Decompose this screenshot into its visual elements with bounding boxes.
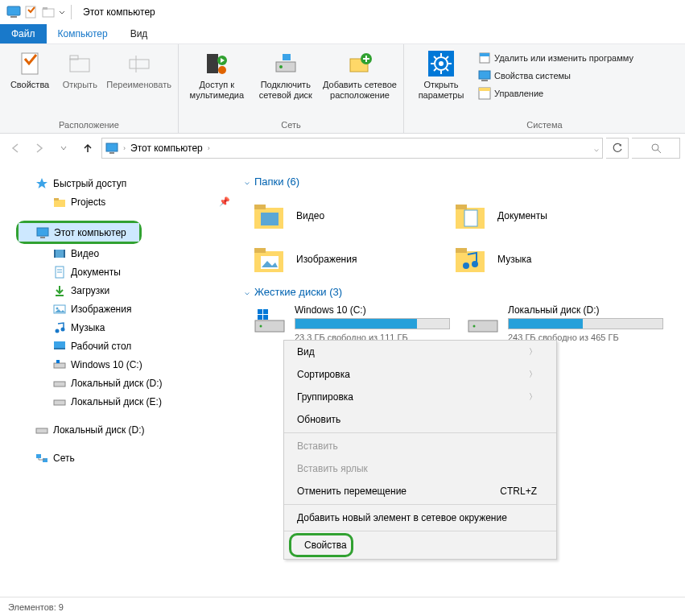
ribbon-open-settings-button[interactable]: Открыть параметры xyxy=(409,48,473,103)
drive-d[interactable]: Локальный диск (D:) 243 ГБ свободно из 4… xyxy=(466,304,663,342)
ctx-refresh[interactable]: Обновить xyxy=(284,408,556,431)
svg-rect-13 xyxy=(276,62,295,72)
chevron-right-icon: 〉 xyxy=(529,369,537,380)
nav-desktop[interactable]: Рабочий стол xyxy=(14,337,238,355)
svg-rect-58 xyxy=(54,382,65,387)
svg-rect-82 xyxy=(468,320,497,332)
chevron-down-icon[interactable]: ⌵ xyxy=(594,144,599,153)
ribbon-map-drive-button[interactable]: Подключить сетевой диск xyxy=(250,48,321,103)
desktop-icon xyxy=(53,340,66,353)
chevron-down-icon: ⌵ xyxy=(245,287,250,296)
nav-recent-dropdown[interactable] xyxy=(53,138,74,159)
folder-videos[interactable]: Видео xyxy=(245,194,446,238)
tab-file[interactable]: Файл xyxy=(0,24,47,43)
ribbon: Свойства Открыть Переименовать Расположе… xyxy=(0,43,685,134)
svg-point-53 xyxy=(61,327,65,331)
context-menu: Вид〉 Сортировка〉 Группировка〉 Обновить В… xyxy=(283,340,557,560)
refresh-button[interactable] xyxy=(606,138,629,159)
svg-rect-60 xyxy=(36,428,47,433)
document-icon xyxy=(53,266,66,279)
nav-drive-e[interactable]: Локальный диск (E:) xyxy=(14,392,238,411)
ribbon-media-access-button[interactable]: Доступ к мультимедиа xyxy=(184,48,250,103)
ctx-properties[interactable]: Свойства xyxy=(291,535,351,555)
qat-properties-icon[interactable] xyxy=(23,4,39,20)
svg-point-83 xyxy=(473,325,476,328)
nav-documents[interactable]: Документы xyxy=(14,263,238,281)
star-icon xyxy=(35,177,48,190)
open-icon xyxy=(67,51,93,76)
network-drive-icon xyxy=(273,51,299,76)
settings-icon xyxy=(428,51,454,76)
svg-rect-76 xyxy=(255,320,284,332)
content-pane[interactable]: ⌵Папки (6) Видео Документы Изображения М… xyxy=(241,163,685,597)
svg-point-12 xyxy=(218,66,226,74)
svg-rect-36 xyxy=(109,152,114,154)
ribbon-uninstall-button[interactable]: Удалить или изменить программу xyxy=(478,49,633,67)
address-path[interactable]: › Этот компьютер › ⌵ xyxy=(101,138,603,159)
nav-projects[interactable]: Projects📌 xyxy=(14,192,238,211)
ribbon-properties-button[interactable]: Свойства xyxy=(5,48,55,93)
nav-up-button[interactable] xyxy=(77,138,98,159)
chevron-right-icon[interactable]: › xyxy=(208,144,210,152)
drive-d-name: Локальный диск (D:) xyxy=(508,304,663,316)
nav-drive-c[interactable]: Windows 10 (C:) xyxy=(14,355,238,374)
tab-view[interactable]: Вид xyxy=(119,24,159,43)
ribbon-add-netloc-button[interactable]: Добавить сетевое расположение xyxy=(321,48,398,103)
svg-rect-39 xyxy=(54,200,65,207)
drive-d-fill xyxy=(509,319,583,329)
ctx-sort[interactable]: Сортировка〉 xyxy=(284,363,556,386)
ribbon-manage-button[interactable]: Управление xyxy=(478,85,633,102)
download-icon xyxy=(53,284,66,297)
qat-dropdown-icon[interactable] xyxy=(58,5,66,19)
drive-c-fill xyxy=(295,319,417,329)
nav-network[interactable]: Сеть xyxy=(14,449,238,467)
folder-documents[interactable]: Документы xyxy=(446,194,647,238)
folder-music[interactable]: Музыка xyxy=(446,238,647,281)
svg-rect-4 xyxy=(43,7,47,10)
nav-drive-d[interactable]: Локальный диск (D:) xyxy=(14,374,238,392)
nav-downloads[interactable]: Загрузки xyxy=(14,281,238,300)
chevron-right-icon[interactable]: › xyxy=(123,144,126,152)
svg-rect-30 xyxy=(480,53,489,56)
breadcrumb-this-pc[interactable]: Этот компьютер xyxy=(130,143,203,154)
qat-new-folder-icon[interactable] xyxy=(40,4,56,20)
monitor-icon xyxy=(6,5,21,19)
ctx-add-net-element[interactable]: Добавить новый элемент в сетевое окружен… xyxy=(284,506,556,529)
svg-point-37 xyxy=(652,144,658,151)
svg-rect-67 xyxy=(456,205,467,209)
drive-icon xyxy=(35,424,48,436)
svg-rect-35 xyxy=(106,143,118,151)
nav-this-pc[interactable]: Этот компьютер xyxy=(19,223,139,242)
search-input[interactable] xyxy=(632,138,680,159)
nav-drive-d-root[interactable]: Локальный диск (D:) xyxy=(14,420,238,439)
svg-rect-31 xyxy=(479,71,490,79)
ctx-undo-move[interactable]: Отменить перемещениеCTRL+Z xyxy=(284,480,556,502)
ribbon-system-properties-button[interactable]: Свойства системы xyxy=(478,67,633,85)
folders-section-header[interactable]: ⌵Папки (6) xyxy=(245,171,679,194)
nav-quick-access[interactable]: Быстрый доступ xyxy=(14,174,238,192)
svg-point-52 xyxy=(56,329,60,333)
nav-music[interactable]: Музыка xyxy=(14,318,238,337)
nav-pictures[interactable]: Изображения xyxy=(14,300,238,318)
pictures-folder-icon xyxy=(253,243,285,275)
svg-rect-41 xyxy=(37,228,48,236)
svg-rect-59 xyxy=(54,400,65,405)
pin-icon: 📌 xyxy=(219,196,230,207)
drives-section-header[interactable]: ⌵Жесткие диски (3) xyxy=(245,281,679,304)
svg-rect-45 xyxy=(64,250,65,258)
svg-rect-81 xyxy=(263,315,268,320)
nav-videos[interactable]: Видео xyxy=(14,244,238,263)
network-icon xyxy=(35,452,48,465)
monitor-small-icon xyxy=(105,142,118,155)
chevron-down-icon: ⌵ xyxy=(245,177,250,186)
svg-rect-73 xyxy=(456,248,467,253)
drive-icon xyxy=(53,358,66,371)
ctx-group[interactable]: Группировка〉 xyxy=(284,386,556,408)
tab-computer[interactable]: Компьютер xyxy=(47,24,119,43)
ctx-view[interactable]: Вид〉 xyxy=(284,341,556,363)
folder-pictures[interactable]: Изображения xyxy=(245,238,446,281)
svg-rect-80 xyxy=(258,315,262,320)
title-bar: Этот компьютер xyxy=(0,0,685,24)
drive-c[interactable]: Windows 10 (C:) 23,3 ГБ свободно из 111 … xyxy=(253,304,450,342)
drive-d-usage-bar xyxy=(508,318,663,329)
